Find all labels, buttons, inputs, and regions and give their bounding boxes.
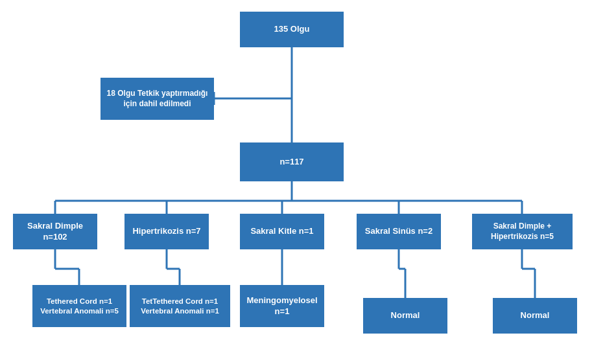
normal1-box: Normal xyxy=(363,298,447,334)
hipertrikozis-box: Hipertrikozis n=7 xyxy=(124,214,209,249)
n117-box: n=117 xyxy=(240,142,344,181)
sakral-dimple2-box: Sakral Dimple + Hipertrikozis n=5 xyxy=(472,214,573,249)
excluded-box: 18 Olgu Tetkik yaptırmadığı için dahil e… xyxy=(101,78,214,120)
tet-tethered-box: TetTethered Cord n=1 Vertebral Anomali n… xyxy=(130,285,230,327)
normal2-box: Normal xyxy=(493,298,577,334)
sakral-sinus-box: Sakral Sinüs n=2 xyxy=(357,214,441,249)
tethered-box: Tethered Cord n=1 Vertebral Anomali n=5 xyxy=(32,285,126,327)
meningomyelosel-box: Meningomyelosel n=1 xyxy=(240,285,324,327)
root-box: 135 Olgu xyxy=(240,12,344,47)
flowchart: 135 Olgu 18 Olgu Tetkik yaptırmadığı içi… xyxy=(0,0,616,364)
sakral-kitle-box: Sakral Kitle n=1 xyxy=(240,214,324,249)
sakral-dimple-box: Sakral Dimple n=102 xyxy=(13,214,97,249)
